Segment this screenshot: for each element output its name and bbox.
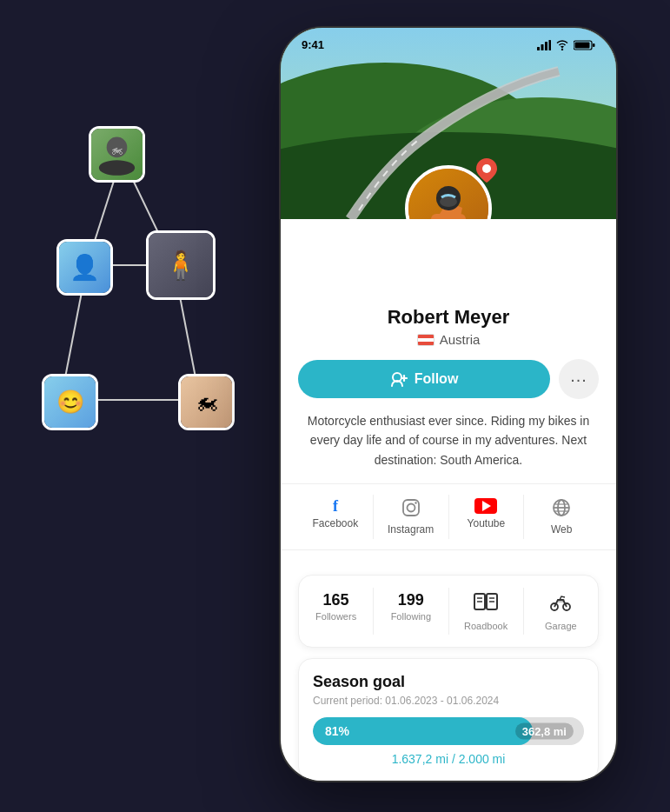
roadbook-icon bbox=[474, 591, 498, 617]
svg-rect-49 bbox=[558, 599, 565, 602]
following-stat[interactable]: 199 Following bbox=[374, 588, 448, 635]
facebook-link[interactable]: f Facebook bbox=[298, 495, 374, 539]
garage-stat[interactable]: Garage bbox=[524, 588, 598, 635]
phone-frame: 9:41 bbox=[279, 26, 618, 782]
season-goal-section: Season goal Current period: 01.06.2023 -… bbox=[298, 658, 599, 781]
time-display: 9:41 bbox=[302, 38, 324, 51]
follow-icon bbox=[390, 371, 408, 387]
svg-point-13 bbox=[561, 48, 563, 50]
network-node-top: 🏍 bbox=[89, 126, 145, 183]
profile-name: Robert Meyer bbox=[298, 306, 599, 329]
svg-text:🏍: 🏍 bbox=[110, 143, 123, 156]
follow-button[interactable]: Follow bbox=[298, 360, 550, 398]
web-link[interactable]: Web bbox=[524, 495, 599, 539]
more-options-button[interactable]: ··· bbox=[559, 359, 599, 399]
svg-rect-15 bbox=[575, 42, 590, 48]
network-node-bottom-right: 🏍 bbox=[178, 374, 235, 430]
network-node-left: 👤 bbox=[56, 239, 113, 296]
follow-row: Follow ··· bbox=[298, 359, 599, 399]
signal-icon bbox=[537, 40, 551, 50]
svg-rect-16 bbox=[593, 43, 595, 47]
hero-image bbox=[281, 28, 616, 219]
profile-bio: Motorcycle enthusiast ever since. Riding… bbox=[298, 411, 599, 469]
network-graph: 🏍 👤 🧍 😊 🏍 bbox=[17, 104, 261, 539]
status-bar: 9:41 bbox=[281, 28, 616, 51]
svg-point-34 bbox=[407, 504, 415, 512]
progress-distance: 1.637,2 mi / 2.000 mi bbox=[313, 752, 584, 766]
youtube-icon bbox=[474, 498, 497, 514]
wifi-icon bbox=[555, 40, 569, 50]
progress-bar-fill: 81% bbox=[313, 717, 533, 745]
svg-rect-12 bbox=[549, 40, 552, 50]
status-icons bbox=[537, 40, 595, 50]
svg-rect-11 bbox=[545, 42, 547, 50]
flag-icon bbox=[417, 334, 435, 346]
season-period: Current period: 01.06.2023 - 01.06.2024 bbox=[313, 695, 584, 707]
youtube-link[interactable]: Youtube bbox=[449, 495, 525, 539]
svg-point-6 bbox=[99, 160, 135, 176]
svg-point-29 bbox=[482, 164, 491, 173]
season-goal-title: Season goal bbox=[313, 673, 584, 691]
profile-location: Austria bbox=[298, 332, 599, 347]
battery-icon bbox=[574, 40, 595, 50]
facebook-icon: f bbox=[333, 498, 338, 514]
svg-point-35 bbox=[415, 502, 416, 503]
progress-remaining-label: 362,8 mi bbox=[515, 723, 574, 740]
web-icon bbox=[552, 498, 571, 520]
garage-icon bbox=[547, 591, 574, 617]
instagram-icon bbox=[401, 498, 421, 520]
location-pin bbox=[474, 156, 499, 184]
progress-bar-container: 81% 362,8 mi bbox=[313, 717, 584, 745]
network-node-bottom-left: 😊 bbox=[42, 374, 98, 430]
progress-percent-label: 81% bbox=[325, 724, 349, 738]
stats-card: 165 Followers 199 Following bbox=[298, 575, 599, 648]
svg-rect-10 bbox=[541, 44, 544, 50]
svg-rect-9 bbox=[537, 47, 540, 50]
profile-section: Robert Meyer Austria Follow ··· bbox=[281, 263, 616, 564]
roadbook-stat[interactable]: Roadbook bbox=[449, 588, 524, 635]
instagram-link[interactable]: Instagram bbox=[374, 495, 449, 539]
social-links: f Facebook Instagram bbox=[281, 483, 616, 550]
network-node-center: 🧍 bbox=[146, 230, 216, 300]
followers-stat[interactable]: 165 Followers bbox=[299, 588, 374, 635]
